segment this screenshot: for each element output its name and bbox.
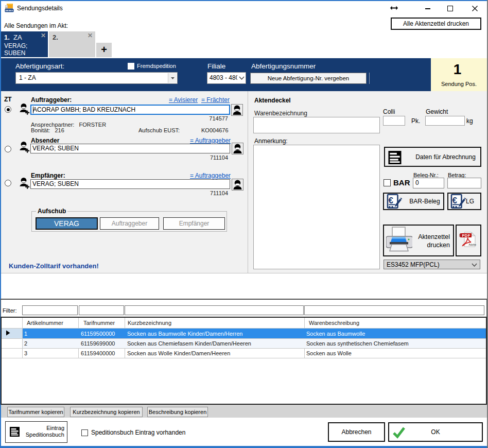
svg-text:€: € (388, 196, 393, 205)
svg-text:Adobe: Adobe (469, 243, 477, 246)
svg-text:PDF: PDF (462, 233, 470, 238)
svg-text:€: € (452, 196, 457, 205)
